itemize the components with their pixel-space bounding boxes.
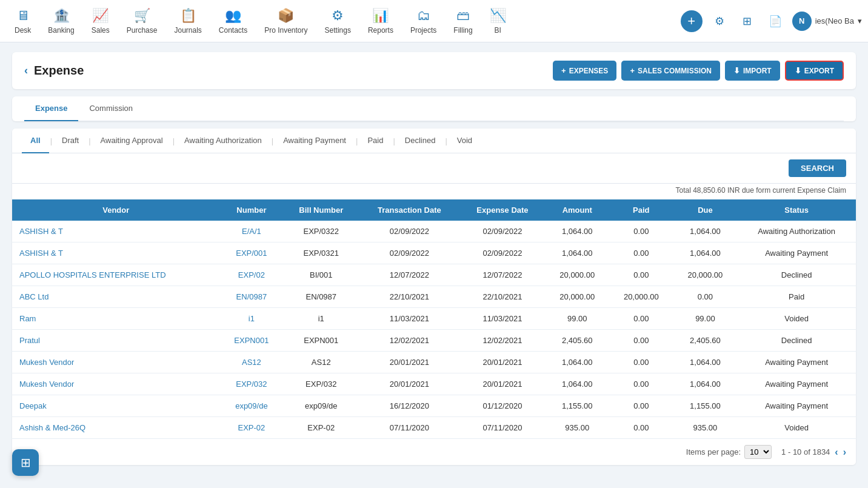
cell-5-1[interactable]: EXPN001 <box>220 330 284 352</box>
cell-4-8: Voided <box>737 308 856 330</box>
cell-3-0[interactable]: ABC Ltd <box>12 286 220 308</box>
sub-tab-paid[interactable]: Paid <box>359 129 392 153</box>
document-icon[interactable]: 📄 <box>764 10 786 32</box>
cell-6-1[interactable]: AS12 <box>220 352 284 373</box>
cell-8-1[interactable]: exp09/de <box>220 395 284 417</box>
cell-3-2: EN/0987 <box>283 286 359 308</box>
cell-4-4: 11/03/2021 <box>459 308 545 330</box>
search-button[interactable]: SEARCH <box>789 159 846 177</box>
cell-7-6: 0.00 <box>609 373 673 395</box>
sub-tab-awaiting-payment[interactable]: Awaiting Payment <box>275 129 355 153</box>
reports-label: Reports <box>368 26 393 35</box>
sub-tab-all[interactable]: All <box>22 129 49 153</box>
grid-icon[interactable]: ⊞ <box>736 10 758 32</box>
cell-2-0[interactable]: APOLLO HOSPITALS ENTERPRISE LTD <box>12 264 220 286</box>
cell-8-0[interactable]: Deepak <box>12 395 220 417</box>
bi-label: BI <box>494 26 501 35</box>
per-page-select[interactable]: 10 25 50 <box>744 445 772 459</box>
filling-label: Filling <box>453 26 472 35</box>
cell-9-3: 07/11/2020 <box>359 417 459 439</box>
import-btn-label: IMPORT <box>743 67 772 75</box>
table-row: Mukesh VendorEXP/032EXP/03220/01/202120/… <box>12 373 856 395</box>
cell-0-6: 0.00 <box>609 221 673 242</box>
export-button[interactable]: ⬇ EXPORT <box>785 61 844 81</box>
table-row: Ashish & Med-26QEXP-02EXP-0207/11/202007… <box>12 417 856 439</box>
cell-7-0[interactable]: Mukesh Vendor <box>12 373 220 395</box>
next-page-button[interactable]: › <box>843 447 846 458</box>
nav-item-settings[interactable]: ⚙ Settings <box>316 0 359 42</box>
prev-page-button[interactable]: ‹ <box>835 447 838 458</box>
cell-9-6: 0.00 <box>609 417 673 439</box>
cell-9-0[interactable]: Ashish & Med-26Q <box>12 417 220 439</box>
tab-commission-tab[interactable]: Commission <box>78 96 144 121</box>
nav-item-banking[interactable]: 🏦 Banking <box>39 0 82 42</box>
back-button[interactable]: ‹ <box>24 64 28 77</box>
cell-1-1[interactable]: EXP/001 <box>220 242 284 264</box>
table-row: Mukesh VendorAS12AS1220/01/202120/01/202… <box>12 352 856 373</box>
cell-4-1[interactable]: i1 <box>220 308 284 330</box>
cell-7-1[interactable]: EXP/032 <box>220 373 284 395</box>
cell-8-7: 1,155.00 <box>673 395 738 417</box>
user-area[interactable]: N ies(Neo Ba ▾ <box>792 12 862 31</box>
cell-4-0[interactable]: Ram <box>12 308 220 330</box>
sales-icon: 📈 <box>92 8 109 24</box>
cell-0-0[interactable]: ASHISH & T <box>12 221 220 242</box>
float-grid-button[interactable]: ⊞ <box>12 449 39 475</box>
cell-8-4: 01/12/2020 <box>459 395 545 417</box>
settings-icon[interactable]: ⚙ <box>709 10 730 32</box>
download-icon: ⬇ <box>733 66 740 75</box>
table-row: Rami1i111/03/202111/03/202199.000.0099.0… <box>12 308 856 330</box>
sales-label: Sales <box>92 26 110 35</box>
cell-6-8: Awaiting Payment <box>737 352 856 373</box>
cell-2-2: BI/001 <box>283 264 359 286</box>
sub-tab-void[interactable]: Void <box>449 129 481 153</box>
col-due: Due <box>673 199 738 221</box>
sub-tab-awaiting-authorization[interactable]: Awaiting Authorization <box>176 129 270 153</box>
sales-commission-button[interactable]: + SALES COMMISSION <box>621 61 720 81</box>
nav-item-desk[interactable]: 🖥 Desk <box>6 0 39 42</box>
nav-item-purchase[interactable]: 🛒 Purchase <box>118 0 166 42</box>
import-button[interactable]: ⬇ IMPORT <box>725 61 780 81</box>
sub-tab-awaiting-approval[interactable]: Awaiting Approval <box>92 129 172 153</box>
cell-9-7: 935.00 <box>673 417 738 439</box>
add-button[interactable]: + <box>681 10 703 32</box>
user-label: ies(Neo Ba <box>815 16 854 25</box>
nav-items: 🖥 Desk 🏦 Banking 📈 Sales 🛒 Purchase 📋 Jo… <box>6 0 681 42</box>
settings-label: Settings <box>325 26 351 35</box>
cell-8-5: 1,155.00 <box>545 395 609 417</box>
cell-6-6: 0.00 <box>609 352 673 373</box>
cell-7-3: 20/01/2021 <box>359 373 459 395</box>
cell-2-8: Declined <box>737 264 856 286</box>
cell-0-1[interactable]: E/A/1 <box>220 221 284 242</box>
cell-3-1[interactable]: EN/0987 <box>220 286 284 308</box>
cell-6-0[interactable]: Mukesh Vendor <box>12 352 220 373</box>
expenses-button[interactable]: + EXPENSES <box>553 61 616 81</box>
cell-6-7: 1,064.00 <box>673 352 738 373</box>
sub-tab-declined[interactable]: Declined <box>396 129 444 153</box>
cell-2-1[interactable]: EXP/02 <box>220 264 284 286</box>
nav-item-projects[interactable]: 🗂 Projects <box>402 0 445 42</box>
nav-item-reports[interactable]: 📊 Reports <box>359 0 402 42</box>
nav-item-pro-inventory[interactable]: 📦 Pro Inventory <box>256 0 316 42</box>
table-row: ASHISH & TEXP/001EXP/032102/09/202202/09… <box>12 242 856 264</box>
nav-item-bi[interactable]: 📉 BI <box>481 0 515 42</box>
bi-icon: 📉 <box>490 8 506 24</box>
nav-item-sales[interactable]: 📈 Sales <box>83 0 118 42</box>
sub-tab-separator: | <box>393 136 395 145</box>
total-info: Total 48,850.60 INR due form current Exp… <box>12 184 856 199</box>
page-navigation: 1 - 10 of 1834 ‹ › <box>781 447 846 458</box>
cell-9-2: EXP-02 <box>283 417 359 439</box>
nav-item-contacts[interactable]: 👥 Contacts <box>210 0 256 42</box>
cell-9-1[interactable]: EXP-02 <box>220 417 284 439</box>
cell-1-4: 02/09/2022 <box>459 242 545 264</box>
cell-5-0[interactable]: Pratul <box>12 330 220 352</box>
sub-tab-draft[interactable]: Draft <box>53 129 87 153</box>
cell-6-5: 1,064.00 <box>545 352 609 373</box>
cell-1-0[interactable]: ASHISH & T <box>12 242 220 264</box>
nav-item-filling[interactable]: 🗃 Filling <box>445 0 481 42</box>
cell-3-3: 22/10/2021 <box>359 286 459 308</box>
nav-item-journals[interactable]: 📋 Journals <box>165 0 210 42</box>
table-body: ASHISH & TE/A/1EXP/032202/09/202202/09/2… <box>12 221 856 439</box>
tab-expense-tab[interactable]: Expense <box>24 96 78 121</box>
cell-0-5: 1,064.00 <box>545 221 609 242</box>
